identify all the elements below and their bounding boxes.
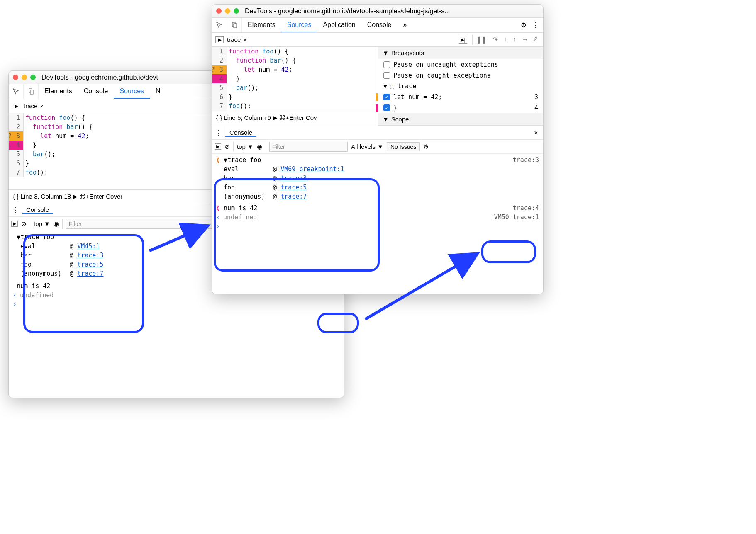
checkbox-caught[interactable]: [383, 72, 390, 79]
sidebar-toggle-icon[interactable]: ▶: [11, 221, 18, 227]
kebab-icon[interactable]: ⋮: [532, 21, 539, 29]
code-editor[interactable]: function foo() { function bar() { let nu…: [227, 47, 298, 111]
checkbox-uncaught[interactable]: [383, 61, 390, 68]
console-trace-header[interactable]: ⟫ ▼trace footrace:3: [216, 155, 539, 165]
link[interactable]: VM69 breakpoint:1: [280, 165, 344, 173]
link[interactable]: trace:3: [280, 175, 307, 182]
issues-button[interactable]: No Issues: [387, 142, 420, 151]
tab-elements[interactable]: Elements: [242, 18, 281, 32]
tab-sources[interactable]: Sources: [281, 18, 317, 32]
tab-console[interactable]: Console: [361, 18, 398, 32]
link[interactable]: trace:5: [77, 261, 103, 268]
tab-elements[interactable]: Elements: [39, 84, 78, 99]
link[interactable]: trace:3: [77, 252, 103, 259]
window-title: DevTools - googlechrome.github.io/devt: [41, 74, 158, 81]
link[interactable]: trace:7: [77, 270, 103, 277]
run-snippet-icon[interactable]: ▶|: [459, 36, 467, 44]
link[interactable]: VM45:1: [77, 243, 100, 250]
drawer-console-tab[interactable]: Console: [22, 206, 53, 214]
tab-sources[interactable]: Sources: [114, 84, 150, 99]
levels-selector[interactable]: All levels ▼: [351, 143, 383, 150]
file-tab-trace[interactable]: trace×: [227, 36, 247, 43]
minimize-icon[interactable]: [22, 75, 27, 80]
close-tab-icon[interactable]: ×: [40, 102, 44, 109]
svg-rect-1: [30, 90, 33, 94]
breakpoints-header[interactable]: ▼ Breakpoints: [378, 47, 543, 59]
link[interactable]: trace:5: [280, 184, 307, 191]
checkbox-bp1[interactable]: ✓: [383, 94, 390, 100]
show-nav-icon[interactable]: ▶: [215, 36, 224, 43]
editor-status: { } Line 5, Column 9 ▶ ⌘+Enter Cov: [212, 111, 378, 124]
tab-console[interactable]: Console: [78, 84, 114, 99]
scope-header[interactable]: ▼ Scope: [378, 113, 543, 126]
show-nav-icon[interactable]: ▶: [12, 103, 20, 109]
code-editor[interactable]: function foo() { function bar() { let nu…: [24, 113, 95, 177]
minimize-icon[interactable]: [225, 8, 230, 14]
source-link[interactable]: VM50 trace:1: [494, 214, 539, 221]
device-icon[interactable]: [24, 84, 39, 99]
drawer-menu-icon[interactable]: ⋮: [9, 203, 22, 216]
live-expr-icon[interactable]: ◉: [257, 143, 262, 150]
step-over-icon[interactable]: ↷: [493, 36, 498, 44]
console-log: ⟫ num is 42trace:4: [216, 204, 539, 213]
device-icon[interactable]: [227, 18, 242, 32]
link[interactable]: trace:7: [280, 193, 307, 200]
checkbox-bp2[interactable]: ✓: [383, 104, 390, 111]
context-selector[interactable]: top ▼: [237, 143, 254, 150]
inspect-icon[interactable]: [212, 18, 227, 32]
gear-icon[interactable]: ⚙: [423, 143, 429, 150]
clear-console-icon[interactable]: ⊘: [224, 143, 230, 150]
gear-icon[interactable]: ⚙: [521, 21, 527, 29]
drawer-menu-icon[interactable]: ⋮: [212, 126, 225, 139]
window-title: DevTools - googlechrome.github.io/devtoo…: [245, 7, 450, 15]
filter-input[interactable]: [269, 142, 348, 152]
context-selector[interactable]: top ▼: [34, 220, 50, 227]
drawer-console-tab[interactable]: Console: [225, 129, 256, 137]
sidebar-toggle-icon[interactable]: ▶: [215, 143, 221, 150]
source-link[interactable]: trace:3: [513, 156, 539, 164]
live-expr-icon[interactable]: ◉: [54, 220, 59, 228]
console-prompt[interactable]: ›: [13, 300, 340, 309]
clear-console-icon[interactable]: ⊘: [21, 220, 27, 228]
deactivate-bp-icon[interactable]: ⁄⁄: [534, 36, 537, 44]
maximize-icon[interactable]: [234, 8, 239, 14]
step-into-icon[interactable]: ↓: [504, 36, 507, 44]
tab-application[interactable]: Application: [317, 18, 361, 32]
close-icon[interactable]: [216, 8, 222, 14]
step-out-icon[interactable]: ↑: [513, 36, 516, 44]
step-icon[interactable]: →: [522, 36, 529, 44]
more-tabs[interactable]: »: [397, 18, 412, 32]
source-link[interactable]: trace:4: [513, 204, 539, 212]
inspect-icon[interactable]: [9, 84, 24, 99]
maximize-icon[interactable]: [30, 75, 36, 80]
close-icon[interactable]: [13, 75, 18, 80]
tab-more[interactable]: N: [150, 84, 166, 99]
pause-icon[interactable]: ❚❚: [476, 36, 487, 44]
close-tab-icon[interactable]: ×: [243, 36, 247, 43]
svg-rect-3: [234, 24, 237, 28]
close-drawer-icon[interactable]: ×: [534, 129, 543, 137]
file-tab-trace[interactable]: trace×: [24, 102, 44, 109]
console-prompt[interactable]: ›: [216, 222, 539, 231]
